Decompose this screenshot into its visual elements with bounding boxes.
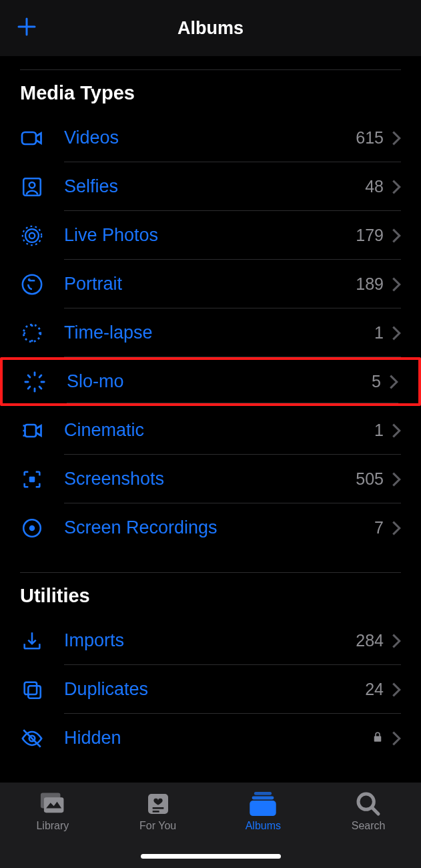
row-label: Imports (64, 630, 356, 651)
page-title: Albums (177, 18, 244, 39)
chevron-right-icon (389, 375, 398, 389)
svg-point-5 (29, 232, 35, 238)
chevron-right-icon (392, 423, 401, 438)
chevron-right-icon (392, 682, 401, 697)
svg-line-22 (39, 375, 41, 377)
for-you-icon (144, 791, 172, 817)
svg-point-9 (29, 279, 29, 280)
svg-rect-38 (250, 801, 276, 816)
live-photos-icon (21, 224, 43, 247)
section-header-utilities: Utilities (0, 573, 421, 616)
tab-search[interactable]: Search (316, 791, 421, 868)
row-count: 615 (356, 128, 392, 148)
svg-rect-36 (254, 792, 272, 795)
row-time-lapse[interactable]: Time-lapse 1 (0, 308, 421, 357)
row-label: Hidden (64, 728, 372, 748)
tab-label: For You (139, 820, 176, 832)
time-lapse-icon (21, 322, 43, 345)
tab-bar: Library For You Albums Search (0, 783, 421, 868)
row-count: 1 (374, 421, 392, 440)
svg-point-4 (29, 182, 35, 188)
row-live-photos[interactable]: Live Photos 179 (0, 211, 421, 260)
row-selfies[interactable]: Selfies 48 (0, 162, 421, 211)
plus-icon (15, 15, 39, 39)
svg-line-19 (28, 375, 30, 377)
chevron-right-icon (392, 326, 401, 341)
navbar: Albums (0, 0, 421, 56)
chevron-right-icon (392, 277, 401, 292)
slo-mo-icon (23, 371, 46, 393)
row-label: Screen Recordings (64, 517, 374, 538)
chevron-right-icon (392, 228, 401, 243)
svg-line-40 (372, 808, 378, 814)
selfies-icon (21, 176, 43, 198)
row-count: 5 (372, 372, 389, 391)
row-portrait[interactable]: Portrait 189 (0, 260, 421, 308)
library-icon (37, 791, 68, 817)
row-label: Portrait (64, 274, 356, 294)
row-cinematic[interactable]: Cinematic 1 (0, 406, 421, 455)
add-button[interactable] (15, 15, 39, 41)
row-screen-recordings[interactable]: Screen Recordings 7 (0, 503, 421, 552)
search-icon (354, 791, 382, 817)
home-indicator[interactable] (141, 854, 281, 859)
svg-rect-35 (152, 811, 159, 813)
chevron-right-icon (392, 521, 401, 535)
video-icon (20, 126, 44, 150)
chevron-right-icon (392, 472, 401, 487)
albums-icon (248, 791, 278, 817)
chevron-right-icon (392, 634, 401, 648)
svg-rect-24 (29, 476, 35, 482)
svg-point-8 (23, 274, 41, 293)
row-label: Time-lapse (64, 322, 374, 343)
row-duplicates[interactable]: Duplicates 24 (0, 665, 421, 714)
tab-library[interactable]: Library (0, 791, 105, 868)
row-count: 284 (356, 631, 392, 650)
portrait-icon (21, 273, 43, 296)
row-label: Screenshots (64, 469, 356, 489)
svg-point-26 (29, 525, 35, 531)
row-slo-mo[interactable]: Slo-mo 5 (0, 357, 421, 406)
svg-rect-28 (28, 686, 40, 698)
row-label: Live Photos (64, 225, 356, 246)
hidden-icon (19, 727, 45, 750)
screen-recordings-icon (21, 517, 43, 539)
lock-icon (372, 730, 392, 747)
row-count: 7 (374, 518, 392, 537)
svg-point-6 (25, 229, 39, 242)
row-label: Duplicates (64, 679, 365, 700)
tab-label: Library (36, 820, 69, 832)
row-count: 48 (365, 177, 392, 196)
row-count: 179 (356, 226, 392, 245)
row-hidden[interactable]: Hidden (0, 714, 421, 763)
imports-icon (21, 630, 43, 652)
tab-label: Albums (246, 820, 281, 832)
row-label: Videos (64, 128, 356, 148)
duplicates-icon (21, 678, 43, 701)
svg-rect-2 (22, 132, 36, 144)
svg-rect-23 (25, 425, 37, 437)
svg-rect-34 (152, 807, 163, 809)
row-imports[interactable]: Imports 284 (0, 616, 421, 665)
svg-line-21 (28, 387, 30, 389)
svg-rect-37 (252, 797, 274, 800)
chevron-right-icon (392, 180, 401, 194)
chevron-right-icon (392, 131, 401, 146)
row-screenshots[interactable]: Screenshots 505 (0, 455, 421, 503)
row-label: Selfies (64, 176, 365, 197)
svg-point-10 (23, 324, 41, 342)
svg-rect-27 (25, 682, 37, 694)
svg-line-20 (39, 387, 41, 389)
row-count: 505 (356, 469, 392, 489)
row-count: 24 (365, 680, 392, 699)
svg-rect-32 (44, 797, 64, 813)
row-label: Cinematic (64, 420, 374, 441)
row-videos[interactable]: Videos 615 (0, 114, 421, 162)
chevron-right-icon (392, 731, 401, 746)
tab-label: Search (352, 820, 386, 832)
row-label: Slo-mo (67, 371, 372, 392)
cinematic-icon (20, 419, 44, 443)
screenshots-icon (21, 468, 43, 491)
svg-rect-3 (23, 178, 41, 196)
section-header-media-types: Media Types (0, 70, 421, 114)
